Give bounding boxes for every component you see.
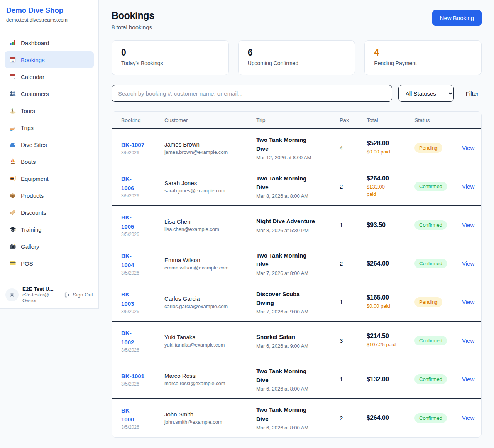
customer-name: Sarah Jones bbox=[164, 180, 251, 186]
view-link[interactable]: View bbox=[462, 222, 474, 228]
customer-name: Lisa Chen bbox=[164, 218, 251, 225]
customer-email: john.smith@example.com bbox=[164, 419, 251, 425]
view-link[interactable]: View bbox=[462, 260, 474, 267]
trip-time: Mar 6, 2026 at 9:00 AM bbox=[256, 343, 334, 349]
trip-name: Two Tank Morning Dive bbox=[256, 405, 334, 423]
sidebar-item-label: Dashboard bbox=[21, 40, 49, 46]
view-link[interactable]: View bbox=[462, 414, 474, 421]
total-amount: $93.50 bbox=[367, 222, 409, 229]
new-booking-button[interactable]: New Booking bbox=[432, 10, 482, 26]
customer-email: lisa.chen@example.com bbox=[164, 226, 251, 232]
total-amount: $264.00 bbox=[367, 175, 409, 182]
calendar-icon bbox=[9, 73, 16, 80]
sidebar-item-customers[interactable]: Customers bbox=[5, 85, 94, 102]
pax-count: 2 bbox=[340, 183, 367, 190]
sidebar-item-bookings[interactable]: 17 Bookings bbox=[5, 51, 94, 68]
view-link[interactable]: View bbox=[462, 183, 474, 190]
total-amount: $264.00 bbox=[367, 260, 409, 267]
trip-time: Mar 8, 2026 at 5:30 PM bbox=[256, 227, 334, 233]
search-input[interactable] bbox=[112, 85, 392, 102]
booking-date: 3/5/2026 bbox=[121, 193, 159, 199]
total-amount: $132.00 bbox=[367, 376, 409, 383]
sidebar-item-boats[interactable]: Boats bbox=[5, 153, 94, 170]
brand-block: Demo Dive Shop demo.test.divestreams.com bbox=[0, 0, 98, 29]
booking-date: 3/5/2026 bbox=[121, 309, 159, 314]
booking-id-link[interactable]: BK- 1005 bbox=[121, 214, 134, 229]
trip-time: Mar 6, 2026 at 8:00 AM bbox=[256, 425, 334, 431]
stat-label: Pending Payment bbox=[374, 60, 472, 66]
sidebar-item-label: Boats bbox=[21, 158, 36, 165]
booking-date: 3/5/2026 bbox=[121, 270, 159, 276]
view-link[interactable]: View bbox=[462, 145, 474, 151]
sidebar-item-calendar[interactable]: Calendar bbox=[5, 68, 94, 85]
customer-name: Carlos Garcia bbox=[164, 295, 251, 302]
trip-name: Snorkel Safari bbox=[256, 332, 334, 341]
booking-id-link[interactable]: BK-1001 bbox=[121, 373, 144, 379]
sidebar-nav: Dashboard 17 Bookings Calendar Customers… bbox=[0, 29, 98, 272]
customer-name: James Brown bbox=[164, 141, 251, 148]
view-link[interactable]: View bbox=[462, 337, 474, 344]
stat-value: 4 bbox=[374, 47, 472, 58]
view-link[interactable]: View bbox=[462, 376, 474, 382]
sidebar-item-label: Tours bbox=[21, 108, 35, 114]
filter-button[interactable]: Filter bbox=[466, 90, 479, 97]
dive-sites-icon bbox=[9, 141, 16, 148]
table-row: BK- 1003 3/5/2026 Carlos Garcia carlos.g… bbox=[112, 283, 481, 322]
equipment-icon bbox=[9, 175, 16, 182]
main-content: Bookings 8 total bookings New Booking 0 … bbox=[99, 0, 494, 448]
table-row: BK-1007 3/5/2026 James Brown james.brown… bbox=[112, 129, 481, 167]
tours-icon bbox=[9, 107, 16, 114]
status-badge: Confirmed bbox=[414, 336, 447, 345]
sidebar-item-training[interactable]: Training bbox=[5, 221, 94, 238]
trip-time: Mar 6, 2026 at 8:00 AM bbox=[256, 386, 334, 392]
view-link[interactable]: View bbox=[462, 299, 474, 305]
table-row: BK- 1000 3/5/2026 John Smith john.smith@… bbox=[112, 399, 481, 437]
pax-count: 1 bbox=[340, 222, 367, 228]
sidebar-item-gallery[interactable]: Gallery bbox=[5, 238, 94, 255]
sidebar: Demo Dive Shop demo.test.divestreams.com… bbox=[0, 0, 99, 309]
status-badge: Confirmed bbox=[414, 220, 447, 230]
booking-date: 3/5/2026 bbox=[121, 150, 159, 155]
filter-row: All Statuses Filter bbox=[112, 85, 482, 102]
booking-id-link[interactable]: BK-1007 bbox=[121, 141, 144, 148]
status-badge: Confirmed bbox=[414, 374, 447, 384]
booking-date: 3/5/2026 bbox=[121, 347, 159, 353]
sign-out-icon bbox=[64, 292, 70, 298]
status-filter-select[interactable]: All Statuses bbox=[398, 85, 454, 102]
sidebar-item-equipment[interactable]: Equipment bbox=[5, 170, 94, 187]
trip-name: Two Tank Morning Dive bbox=[256, 174, 334, 192]
table-row: BK- 1005 3/5/2026 Lisa Chen lisa.chen@ex… bbox=[112, 206, 481, 244]
sidebar-item-pos[interactable]: POS bbox=[5, 255, 94, 272]
booking-id-link[interactable]: BK- 1002 bbox=[121, 330, 134, 345]
stat-card-upcoming-confirmed: 6 Upcoming Confirmed bbox=[238, 40, 355, 75]
boats-icon bbox=[9, 158, 16, 165]
booking-id-link[interactable]: BK- 1004 bbox=[121, 253, 134, 268]
sidebar-item-trips[interactable]: Trips bbox=[5, 119, 94, 136]
stats-row: 0 Today's Bookings 6 Upcoming Confirmed … bbox=[112, 40, 482, 75]
customers-icon bbox=[9, 90, 16, 97]
sidebar-item-label: Dive Sites bbox=[21, 141, 47, 148]
sign-out-button[interactable]: Sign Out bbox=[64, 292, 93, 298]
sign-out-label: Sign Out bbox=[73, 292, 93, 298]
table-row: BK- 1002 3/5/2026 Yuki Tanaka yuki.tanak… bbox=[112, 322, 481, 360]
page-header: Bookings 8 total bookings New Booking bbox=[112, 10, 482, 30]
booking-id-link[interactable]: BK- 1006 bbox=[121, 175, 134, 191]
pax-count: 1 bbox=[340, 299, 367, 305]
column-header-status: Status bbox=[414, 117, 462, 123]
svg-text:17: 17 bbox=[11, 59, 14, 62]
user-email: e2e-tester@... bbox=[22, 292, 54, 298]
avatar bbox=[5, 288, 19, 301]
sidebar-item-discounts[interactable]: Discounts bbox=[5, 204, 94, 221]
booking-id-link[interactable]: BK- 1003 bbox=[121, 291, 134, 307]
column-header-pax: Pax bbox=[340, 117, 367, 123]
customer-name: Emma Wilson bbox=[164, 257, 251, 263]
sidebar-item-dive-sites[interactable]: Dive Sites bbox=[5, 136, 94, 153]
booking-date: 3/5/2026 bbox=[121, 381, 159, 387]
sidebar-item-label: Discounts bbox=[21, 209, 46, 216]
paid-amount: $0.00 paid bbox=[367, 303, 409, 310]
sidebar-item-tours[interactable]: Tours bbox=[5, 102, 94, 119]
total-amount: $214.50 bbox=[367, 333, 409, 340]
sidebar-item-dashboard[interactable]: Dashboard bbox=[5, 34, 94, 51]
sidebar-item-products[interactable]: Products bbox=[5, 187, 94, 204]
booking-id-link[interactable]: BK- 1000 bbox=[121, 407, 134, 423]
